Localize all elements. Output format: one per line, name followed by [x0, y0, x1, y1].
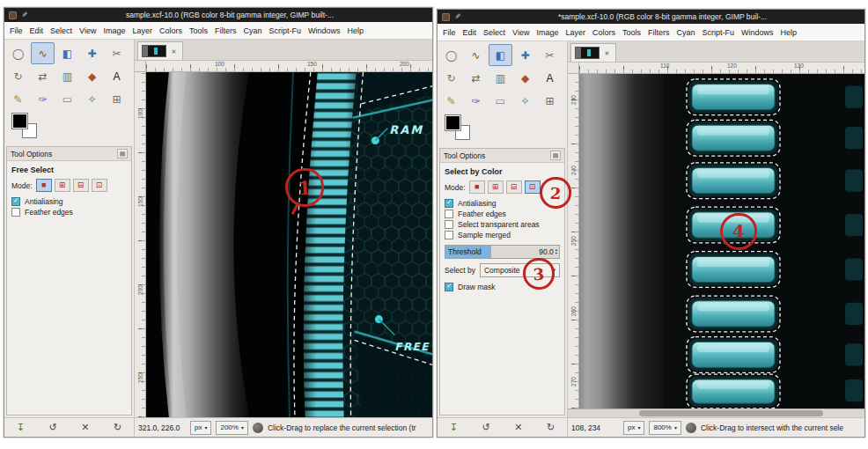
save-tool-preset-button[interactable]: ↧	[11, 420, 29, 435]
free-select-tool[interactable]: ∿	[464, 44, 488, 66]
spinner-arrows-icon[interactable]	[555, 248, 559, 256]
delete-tool-preset-button[interactable]: ✕	[510, 420, 527, 435]
select-by-color-tool[interactable]: ◧	[489, 44, 512, 66]
tool-option-checkbox-row[interactable]: Draw mask	[445, 282, 560, 292]
vertical-ruler[interactable]: 230240250260270	[568, 74, 579, 409]
tool-option-checkbox-row[interactable]: Feather edges	[445, 209, 560, 219]
menu-item[interactable]: File	[439, 26, 460, 40]
menu-item[interactable]: Select	[480, 26, 509, 40]
vertical-ruler[interactable]: 100150200250	[135, 72, 146, 417]
mode-intersect-button[interactable]: ⊡	[92, 179, 107, 192]
gradient-tool[interactable]: ▥	[55, 65, 79, 87]
checkbox[interactable]	[445, 283, 453, 291]
threshold-slider[interactable]: Threshold 90.0	[445, 245, 560, 259]
horizontal-ruler[interactable]: 100150200	[146, 61, 432, 72]
paintbrush-tool[interactable]: ✑	[31, 88, 55, 110]
restore-tool-preset-button[interactable]: ↺	[44, 420, 62, 435]
unit-dropdown[interactable]: px	[190, 421, 211, 435]
tool-option-checkbox-row[interactable]: Antialiasing	[11, 196, 127, 207]
ellipse-select-tool[interactable]: ◯	[439, 44, 463, 66]
menu-item[interactable]: Select	[47, 24, 76, 38]
zoom-dropdown[interactable]: 800%	[649, 421, 680, 435]
mode-subtract-button[interactable]: ⊟	[506, 180, 522, 194]
menu-item[interactable]: Windows	[738, 26, 777, 40]
save-tool-preset-button[interactable]: ↧	[445, 420, 462, 435]
menu-item[interactable]: Script-Fu	[698, 26, 738, 40]
delete-tool-preset-button[interactable]: ✕	[77, 420, 94, 435]
scrollbar-thumb[interactable]	[639, 410, 823, 416]
horizontal-scrollbar[interactable]	[568, 409, 864, 417]
bucket-fill-tool[interactable]: ◆	[80, 65, 104, 87]
canvas-artwork-hud-ring[interactable]: RAM FREE	[146, 72, 432, 417]
panel-menu-button[interactable]	[550, 151, 561, 160]
mode-add-button[interactable]: ⊞	[55, 179, 70, 192]
checkbox[interactable]	[445, 210, 453, 218]
tool-option-checkbox-row[interactable]: Feather edges	[11, 207, 127, 217]
menu-item[interactable]: Filters	[644, 26, 673, 40]
menu-item[interactable]: Cyan	[673, 26, 698, 40]
ruler-corner[interactable]	[568, 63, 579, 74]
menu-item[interactable]: Image	[99, 24, 129, 38]
menu-item[interactable]: View	[76, 24, 99, 38]
menu-item[interactable]: Layer	[129, 24, 156, 38]
image-canvas[interactable]	[579, 74, 864, 409]
clone-tool[interactable]: ⊞	[538, 90, 562, 112]
ellipse-select-tool[interactable]: ◯	[6, 42, 30, 64]
menu-item[interactable]: Windows	[305, 24, 344, 38]
crop-tool[interactable]: ✂	[538, 44, 562, 66]
flip-tool[interactable]: ⇄	[464, 67, 488, 89]
menu-item[interactable]: Image	[533, 26, 562, 40]
foreground-color-swatch[interactable]	[445, 115, 460, 130]
reset-tool-options-button[interactable]: ↻	[542, 420, 560, 435]
eraser-tool[interactable]: ▭	[489, 90, 512, 112]
close-tab-icon[interactable]	[602, 48, 612, 58]
mode-subtract-button[interactable]: ⊟	[73, 179, 89, 192]
menu-item[interactable]: Help	[777, 26, 801, 40]
checkbox[interactable]	[445, 220, 453, 229]
tool-option-checkbox-row[interactable]: Sample merged	[445, 230, 560, 240]
pencil-tool[interactable]: ✎	[439, 90, 463, 112]
fg-bg-color-area[interactable]	[12, 114, 51, 144]
menu-item[interactable]: Colors	[156, 24, 186, 38]
rotate-tool[interactable]: ↻	[6, 65, 30, 87]
clone-tool[interactable]: ⊞	[105, 88, 129, 110]
titlebar[interactable]: *sample.xcf-10.0 (RGB color 8-bit gamma …	[438, 10, 864, 24]
canvas-artwork-ram-bars[interactable]	[579, 74, 864, 409]
menu-item[interactable]: Edit	[460, 26, 481, 40]
panel-menu-button[interactable]	[117, 149, 128, 158]
menu-item[interactable]: Script-Fu	[265, 24, 305, 38]
checkbox[interactable]	[445, 199, 453, 208]
mode-add-button[interactable]: ⊞	[488, 180, 504, 194]
menu-item[interactable]: Edit	[26, 24, 48, 38]
tool-option-checkbox-row[interactable]: Antialiasing	[445, 198, 560, 209]
mode-replace-button[interactable]: ■	[36, 179, 52, 192]
mode-replace-button[interactable]: ■	[469, 180, 485, 194]
checkbox[interactable]	[445, 231, 453, 239]
move-tool[interactable]: ✚	[513, 44, 537, 66]
text-tool[interactable]: A	[538, 67, 562, 89]
close-tab-icon[interactable]	[169, 47, 179, 56]
titlebar[interactable]: sample.xcf-10.0 (RGB color 8-bit gamma i…	[4, 8, 432, 22]
menu-item[interactable]: Tools	[619, 26, 644, 40]
image-canvas[interactable]: RAM FREE	[146, 72, 432, 417]
image-tab[interactable]	[137, 41, 183, 60]
horizontal-ruler[interactable]: 110120130	[579, 63, 864, 74]
menu-item[interactable]: Help	[344, 24, 368, 38]
reset-tool-options-button[interactable]: ↻	[109, 420, 127, 435]
menu-item[interactable]: Filters	[211, 24, 240, 38]
free-select-tool[interactable]: ∿	[31, 42, 55, 64]
bucket-fill-tool[interactable]: ◆	[513, 67, 537, 89]
airbrush-tool[interactable]: ✧	[513, 90, 537, 112]
menu-item[interactable]: File	[6, 24, 26, 38]
rotate-tool[interactable]: ↻	[439, 67, 463, 89]
paintbrush-tool[interactable]: ✑	[464, 90, 488, 112]
zoom-dropdown[interactable]: 200%	[216, 421, 247, 435]
select-by-color-tool[interactable]: ◧	[55, 42, 79, 64]
menu-item[interactable]: Tools	[186, 24, 211, 38]
image-tab[interactable]	[570, 43, 616, 62]
checkbox[interactable]	[11, 197, 20, 206]
unit-dropdown[interactable]: px	[623, 421, 644, 435]
tool-options-header[interactable]: Tool Options	[440, 149, 564, 163]
restore-tool-preset-button[interactable]: ↺	[477, 420, 495, 435]
pencil-tool[interactable]: ✎	[6, 88, 30, 110]
